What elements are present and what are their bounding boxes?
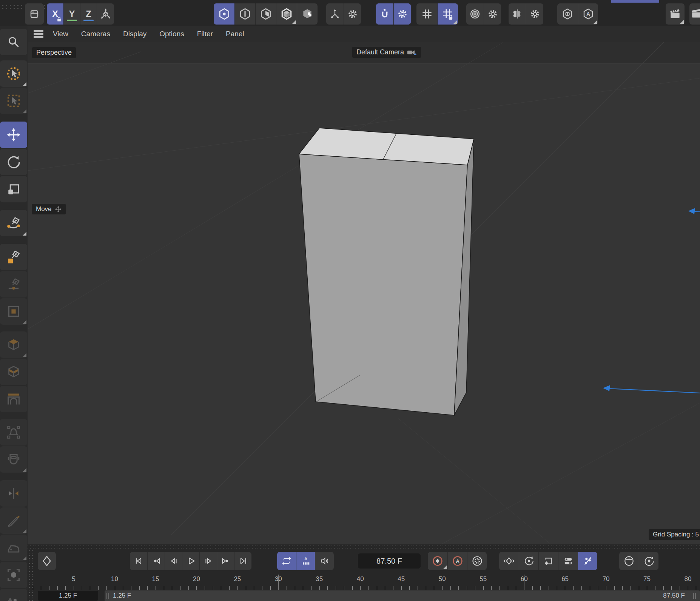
previous-key-button[interactable] [147,552,165,570]
tool-move[interactable] [0,122,27,148]
key-parameter-button[interactable] [558,552,578,570]
toolbar-group-storage [25,3,44,25]
rings-icon [469,8,481,20]
viewport-menu-icon[interactable] [33,30,44,38]
menu-display[interactable]: Display [117,30,153,38]
current-frame-value: 87.50 F [376,557,402,566]
model-mode-button[interactable] [276,3,297,25]
render-settings-button[interactable] [689,3,700,25]
tool-bevel[interactable] [0,331,27,358]
texture-axis-mode-button[interactable] [297,3,318,25]
world-axis-blue [603,208,700,393]
ruler-tick [172,586,172,590]
menu-cameras[interactable]: Cameras [75,30,117,38]
ruler-tick [229,586,230,590]
preview-range-bar[interactable]: 1.25 F 87.50 F [105,590,700,601]
next-frame-button[interactable] [199,552,217,570]
tool-mirror[interactable] [0,480,27,507]
symmetry-settings-button[interactable] [526,3,543,25]
camera-animation-button[interactable] [639,552,658,570]
add-keyframe-button[interactable] [38,552,56,570]
key-pla-off-button[interactable] [578,552,597,570]
range-row-grip[interactable] [29,591,34,601]
y-axis-button[interactable]: Y [63,3,80,25]
tool-soft-selection[interactable] [0,419,27,445]
ruler-tick [65,586,66,590]
tool-polygon-pen[interactable] [0,244,27,270]
tool-search[interactable] [0,29,27,55]
previous-frame-button[interactable] [165,552,182,570]
ruler-tick [680,586,680,590]
camera-icon [407,49,417,56]
keying-settings-button[interactable] [467,552,487,570]
go-to-start-button[interactable] [130,552,147,570]
timeline-ruler[interactable]: 05101520253035404550556065707580 [28,573,700,590]
key-scale-button[interactable] [538,552,558,570]
storage-box-button[interactable] [25,3,44,25]
edges-mode-button[interactable] [234,3,255,25]
polygons-mode-button[interactable] [255,3,276,25]
snap-settings-button[interactable] [393,3,411,25]
workplane-axis-icon [329,8,341,20]
viewport-solo-button[interactable] [557,3,578,25]
mouse-input-button[interactable] [619,552,639,570]
workplane-settings-button[interactable] [344,3,361,25]
speaker-icon [319,556,330,566]
quantize-grid-button[interactable] [416,3,437,25]
key-rotation-button[interactable] [519,552,538,570]
ruler-label: 40 [357,575,364,583]
tool-live-selection[interactable] [0,60,27,87]
tool-rectangle-selection[interactable] [0,88,27,114]
tool-subdivide-arch[interactable] [0,386,27,412]
next-key-button[interactable] [217,552,234,570]
tool-scale[interactable] [0,176,27,202]
eye-hexagon-icon [561,8,574,20]
viewport-3d[interactable]: Perspective Default Camera Move Grid Spa [28,42,700,546]
menu-filter[interactable]: Filter [191,30,219,38]
key-position-button[interactable] [499,552,519,570]
ruler-tick [237,586,238,590]
timeline-grip-strip[interactable] [28,545,700,550]
camera-label[interactable]: Default Camera [352,47,421,58]
falloff-settings-button[interactable] [484,3,501,25]
range-bar-right-handle[interactable] [693,593,697,599]
workplane-axis-button[interactable] [326,3,344,25]
record-keyframe-button[interactable] [428,552,447,570]
ruler-tick [352,586,353,590]
tool-rotate[interactable] [0,149,27,175]
tool-spline-pen[interactable] [0,210,27,236]
tool-knife[interactable] [0,507,27,534]
tool-extrude[interactable] [0,359,27,385]
go-to-end-button[interactable] [234,552,251,570]
grid-lock-button[interactable] [437,3,458,25]
play-button[interactable] [182,552,199,570]
current-frame-field[interactable]: 87.50 F [358,553,421,569]
ruler-tick [49,586,49,590]
snap-enable-button[interactable] [376,3,393,25]
falloff-rings-button[interactable] [466,3,484,25]
x-axis-lock-button[interactable]: X [47,3,63,25]
model-mode-icon [280,8,293,20]
tool-line-cut-iron[interactable] [0,535,27,561]
menu-panel[interactable]: Panel [219,30,251,38]
points-mode-button[interactable] [214,3,234,25]
coordinate-system-button[interactable] [97,3,114,25]
range-start-box[interactable]: 1.25 F [38,591,98,601]
menu-options[interactable]: Options [153,30,190,38]
loop-playback-button[interactable] [277,552,296,570]
ruler-tick [401,586,402,590]
range-bar-left-handle[interactable] [106,593,110,599]
auto-mode-button[interactable]: A [578,3,598,25]
render-view-button[interactable] [666,3,685,25]
tool-frame[interactable] [0,298,27,325]
tool-magnet-dots[interactable] [0,589,27,601]
tool-weld[interactable] [0,446,27,473]
symmetry-button[interactable] [509,3,526,25]
sound-button[interactable] [315,552,334,570]
menu-view[interactable]: View [46,30,75,38]
autokey-markers-button[interactable]: A [296,552,315,570]
tool-project-capture[interactable] [0,562,27,588]
tool-tweak-pen[interactable] [0,271,27,297]
autokeying-button[interactable]: A [447,552,467,570]
z-axis-button[interactable]: Z [80,3,97,25]
